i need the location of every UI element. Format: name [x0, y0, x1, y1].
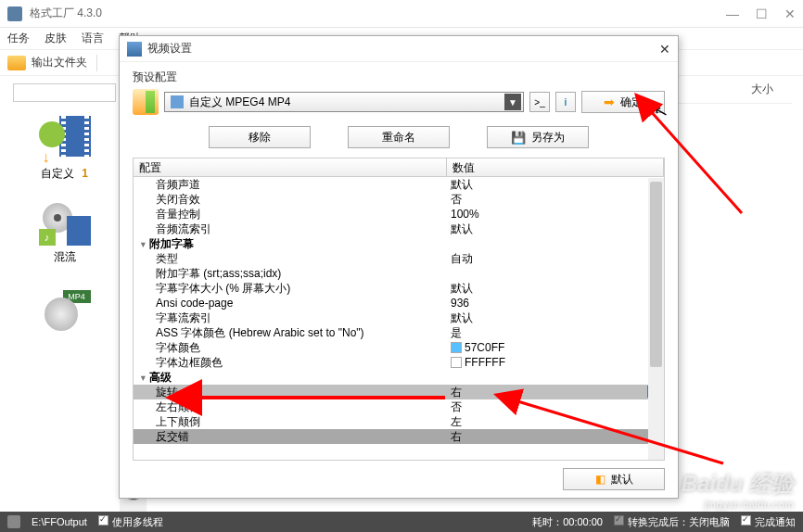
arrow-right-icon: ➡ — [604, 95, 615, 109]
output-folder-label[interactable]: 输出文件夹 — [32, 55, 87, 70]
table-row[interactable]: 左右颠倒否 — [134, 399, 664, 414]
elapsed-time: 耗时：00:00:00 — [532, 515, 603, 529]
multithread-toggle[interactable]: 使用多线程 — [98, 515, 163, 529]
dialog-close-button[interactable]: ✕ — [659, 42, 670, 57]
cell-value[interactable]: 自动 — [447, 251, 664, 266]
table-row[interactable]: 旋转右▾ — [134, 385, 664, 399]
menu-language[interactable]: 语言 — [82, 31, 104, 46]
checkbox-icon — [741, 515, 751, 526]
table-row[interactable]: 高级 — [134, 370, 664, 385]
cell-value[interactable] — [447, 266, 664, 281]
cell-value[interactable]: 是 — [447, 325, 664, 340]
status-bar: E:\FFOutput 使用多线程 耗时：00:00:00 转换完成后：关闭电脑… — [0, 512, 803, 532]
cell-key: 关闭音效 — [134, 192, 447, 207]
table-row[interactable]: 反交错右 — [134, 429, 664, 444]
sidebar: ↓ 自定义 1 ♪ 混流 MP4 — [9, 76, 121, 512]
table-row[interactable]: 音频声道默认 — [134, 177, 664, 192]
cell-value[interactable]: 右 — [447, 429, 664, 444]
table-header: 配置 数值 — [134, 158, 664, 177]
table-row[interactable]: 音量控制100% — [134, 207, 664, 222]
save-icon: 💾 — [511, 131, 526, 145]
app-titlebar: 格式工厂 4.3.0 — ☐ ✕ — [0, 0, 803, 28]
table-row[interactable]: 字体颜色57C0FF — [134, 340, 664, 355]
cell-value[interactable]: 右▾ — [447, 385, 664, 399]
cell-value[interactable]: 否 — [447, 399, 664, 414]
preset-value: 自定义 MPEG4 MP4 — [189, 95, 290, 110]
cell-value[interactable]: 默认 — [447, 281, 664, 296]
table-row[interactable]: 类型自动 — [134, 251, 664, 266]
cell-key: 高级 — [134, 370, 447, 385]
cell-value[interactable]: 默认 — [447, 177, 664, 192]
table-row[interactable]: 字幕字体大小 (% 屏幕大小)默认 — [134, 281, 664, 296]
cell-value[interactable]: 57C0FF — [447, 340, 664, 355]
folder-icon[interactable] — [7, 56, 26, 70]
cell-value[interactable]: 左 — [447, 414, 664, 429]
saveas-button[interactable]: 💾另存为 — [487, 126, 589, 148]
sidebar-item-custom[interactable]: ↓ 自定义 1 — [28, 111, 102, 185]
table-row[interactable]: 字体边框颜色FFFFFF — [134, 355, 664, 370]
cell-key: 附加字幕 — [134, 236, 447, 251]
cell-value[interactable]: 默认 — [447, 310, 664, 325]
scrollbar-thumb[interactable] — [650, 182, 662, 367]
cell-value[interactable]: 100% — [447, 207, 664, 222]
cell-key: 字幕流索引 — [134, 310, 447, 325]
cell-key: 上下颠倒 — [134, 414, 447, 429]
cell-key: 字体边框颜色 — [134, 355, 447, 370]
th-value[interactable]: 数值 — [447, 158, 664, 176]
column-size[interactable]: 大小 — [751, 82, 773, 97]
sidebar-item-mp4[interactable]: MP4 — [28, 278, 102, 352]
dialog-title: 视频设置 — [147, 41, 192, 57]
cell-key: 字体颜色 — [134, 340, 447, 355]
table-row[interactable]: ASS 字体颜色 (Hebrew Arabic set to "No")是 — [134, 325, 664, 340]
cell-value[interactable]: 否 — [447, 192, 664, 207]
separator — [96, 55, 97, 71]
preset-icon — [133, 89, 159, 115]
settings-table: 配置 数值 音频声道默认关闭音效否音量控制100%音频流索引默认附加字幕类型自动… — [133, 158, 665, 461]
rename-button[interactable]: 重命名 — [348, 126, 450, 148]
cell-key: 音量控制 — [134, 207, 447, 222]
th-key[interactable]: 配置 — [134, 158, 447, 176]
default-button[interactable]: ◧默认 — [563, 468, 665, 490]
info-button[interactable]: i — [555, 92, 576, 112]
table-row[interactable]: 关闭音效否 — [134, 192, 664, 207]
minimize-button[interactable]: — — [726, 6, 739, 21]
checkbox-icon — [614, 515, 624, 526]
console-button[interactable]: >_ — [529, 92, 550, 112]
maximize-button[interactable]: ☐ — [756, 6, 768, 21]
table-row[interactable]: 字幕流索引默认 — [134, 310, 664, 325]
sidebar-item-mix[interactable]: ♪ 混流 — [28, 195, 102, 269]
remove-button[interactable]: 移除 — [209, 126, 311, 148]
table-row[interactable]: 附加字幕 — [134, 236, 664, 251]
table-row[interactable]: Ansi code-page936 — [134, 296, 664, 310]
cell-key: 音频流索引 — [134, 222, 447, 236]
reset-icon: ◧ — [595, 473, 605, 486]
mp4-icon: MP4 — [39, 290, 91, 336]
cell-value[interactable]: 936 — [447, 296, 664, 310]
color-swatch — [451, 357, 462, 368]
menu-task[interactable]: 任务 — [7, 31, 30, 46]
output-path[interactable]: E:\FFOutput — [32, 516, 87, 527]
scrollbar[interactable] — [648, 178, 664, 460]
notify-toggle[interactable]: 完成通知 — [741, 515, 796, 529]
cell-key: 类型 — [134, 251, 447, 266]
table-row[interactable]: 音频流索引默认 — [134, 222, 664, 236]
cell-key: Ansi code-page — [134, 296, 447, 310]
checkbox-icon — [98, 515, 108, 526]
film-icon — [171, 95, 184, 108]
cell-value[interactable] — [447, 236, 664, 251]
cell-key: 反交错 — [134, 429, 447, 444]
table-row[interactable]: 上下颠倒左 — [134, 414, 664, 429]
table-row[interactable]: 附加字幕 (srt;ass;ssa;idx) — [134, 266, 664, 281]
dialog-icon — [127, 42, 142, 57]
cell-value[interactable]: FFFFFF — [447, 355, 664, 370]
cell-key: 附加字幕 (srt;ass;ssa;idx) — [134, 266, 447, 281]
preset-select[interactable]: 自定义 MPEG4 MP4 ▼ — [164, 92, 524, 112]
cell-key: 字幕字体大小 (% 屏幕大小) — [134, 281, 447, 296]
ok-button[interactable]: ➡ 确定 ↖ — [581, 91, 665, 113]
dialog-titlebar: 视频设置 ✕ — [120, 36, 678, 62]
close-button[interactable]: ✕ — [784, 6, 796, 21]
cell-value[interactable]: 默认 — [447, 222, 664, 236]
after-convert-toggle[interactable]: 转换完成后：关闭电脑 — [614, 515, 730, 529]
cell-value[interactable] — [447, 370, 664, 385]
menu-skin[interactable]: 皮肤 — [45, 31, 67, 46]
